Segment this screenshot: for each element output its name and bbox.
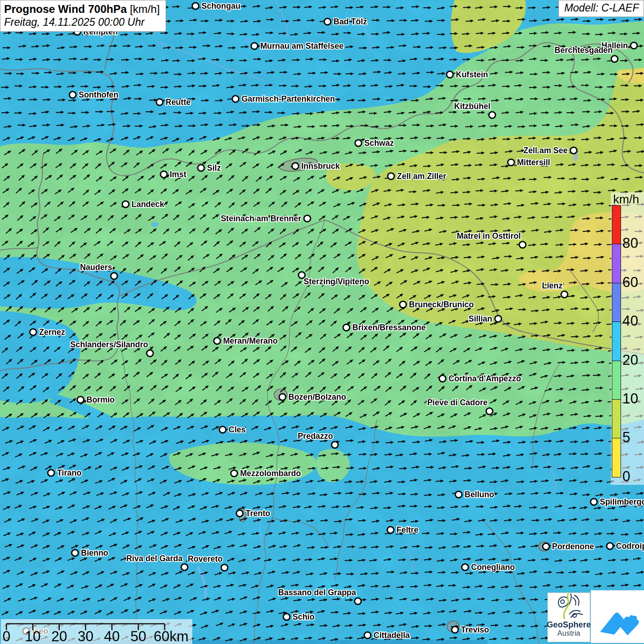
city-marker-codroipo: Codroipo [607, 541, 644, 551]
city-label: Bozen/Bolzano [288, 392, 346, 402]
city-label: Imst [170, 170, 186, 179]
geosphere-logo-text: GeoSphere [546, 620, 591, 629]
city-label: Bassano del Grappa [278, 588, 356, 597]
city-marker-mezzolombardo: Mezzolombardo [231, 469, 301, 478]
city-label: Bienno [81, 548, 108, 558]
scale-bar-graphic: 0102030405060km [1, 619, 192, 644]
city-label: Sillian [468, 314, 492, 323]
wind-speed-legend: km/h 806040201050 [611, 192, 644, 485]
city-label: Bruneck/Brunico [409, 300, 474, 309]
legend-segment-10 [612, 361, 621, 400]
legend-segment-5 [612, 399, 621, 439]
legend-segment-0 [612, 438, 621, 477]
city-dot [364, 632, 371, 638]
model-label: Modell: C-LAEF [558, 0, 644, 17]
city-label: Belluno [465, 490, 494, 499]
city-marker-brixen-bressanone: Brixen/Bressanone [343, 323, 426, 332]
legend-color-bar [612, 205, 621, 477]
city-dot [543, 543, 549, 550]
city-label: Sonthofen [79, 90, 119, 99]
city-dot [279, 394, 286, 400]
city-marker-silz: Silz [198, 163, 221, 172]
city-label: Meran/Merano [223, 336, 278, 345]
legend-segment-20 [612, 322, 621, 361]
city-dot [452, 627, 458, 633]
city-label: Zell am See [523, 146, 568, 155]
city-marker-bienno: Bienno [72, 548, 109, 558]
city-dot [111, 273, 117, 279]
city-label: Lienz [542, 281, 563, 290]
city-marker-steinach-am-brenner: Steinach am Brenner [221, 214, 310, 223]
city-label: Codroipo [616, 541, 644, 551]
city-marker-cles: Cles [219, 425, 246, 434]
scale-bar-label-0: 0 [2, 628, 10, 644]
title-parameter: Prognose Wind 700hPa [4, 3, 127, 15]
city-marker-tirano: Tirano [48, 468, 81, 477]
city-label: Zernez [39, 328, 65, 337]
city-dot [231, 470, 237, 477]
title-unit: [km/h] [127, 3, 160, 15]
legend-tick-5: 5 [622, 430, 644, 445]
city-label: Matrei in Osttirol [457, 231, 521, 241]
city-marker-schio: Schio [283, 612, 315, 621]
city-dot [156, 99, 163, 105]
city-dot [30, 329, 36, 335]
city-label: Kitzbühel [454, 102, 490, 111]
legend-segment-80 [612, 205, 621, 245]
scale-bar-label-3: 30 [78, 628, 93, 644]
city-label: Conegliano [471, 563, 515, 572]
city-dot [283, 614, 290, 620]
city-label: Kufstein [456, 70, 488, 79]
city-dot [519, 242, 526, 248]
city-dot [72, 550, 78, 556]
city-label: Feltre [397, 525, 419, 535]
city-marker-imst: Imst [161, 170, 186, 179]
city-dot [561, 291, 568, 298]
city-dot [355, 598, 361, 604]
city-label: Murnau am Staffelsee [260, 41, 344, 51]
legend-tick-80: 80 [622, 236, 644, 251]
city-dot [611, 56, 618, 62]
legend-segment-40 [612, 283, 621, 322]
city-label: Schongau [201, 1, 241, 11]
city-dot [181, 564, 188, 570]
city-dot [495, 316, 501, 322]
legend-tick-60: 60 [622, 275, 644, 290]
wind-map: SchongauBad TölzKemptenMurnau am Staffel… [0, 0, 644, 644]
city-marker-garmisch-partenkirchen: Garmisch-Partenkirchen [232, 94, 335, 104]
city-label: Landeck [132, 200, 164, 209]
city-label: Cortina d'Ampezzo [448, 374, 521, 383]
legend-tick-20: 20 [622, 353, 644, 368]
city-dot [387, 527, 394, 533]
city-label: Pordenone [552, 542, 594, 551]
mountain-cloud-icon [596, 595, 640, 639]
city-label: Rovereto [188, 554, 223, 564]
map-title-box: Prognose Wind 700hPa [km/h] Freitag, 14.… [0, 0, 166, 32]
city-label: Mittersill [517, 158, 550, 167]
city-label: Nauders [80, 263, 112, 272]
city-dot [236, 510, 243, 517]
city-dot [161, 171, 167, 178]
city-label: Bad Tölz [334, 17, 367, 26]
city-dot [447, 71, 453, 78]
city-label: Schwaz [364, 138, 394, 148]
city-marker-bruneck-brunico: Bruneck/Brunico [400, 300, 474, 309]
city-dot [122, 201, 129, 207]
city-dot [48, 470, 54, 476]
city-label: Innsbruck [301, 161, 340, 171]
city-marker-sillian: Sillian [468, 314, 501, 323]
city-dot [607, 543, 613, 549]
city-dot [324, 18, 331, 25]
city-label: Zell am Ziller [397, 172, 446, 181]
legend-tick-0: 0 [622, 469, 644, 484]
legend-tick-10: 10 [622, 391, 644, 406]
city-dot [251, 43, 258, 49]
map-scale-bar: 0102030405060km [1, 619, 192, 644]
city-label: Pieve di Cadore [427, 398, 488, 407]
city-label: Sterzing/Vipiteno [304, 277, 369, 286]
city-dot [221, 564, 228, 571]
city-marker-bozen-bolzano: Bozen/Bolzano [279, 392, 346, 402]
city-dot [192, 3, 199, 9]
city-dot [355, 140, 362, 146]
city-dot [455, 491, 462, 498]
